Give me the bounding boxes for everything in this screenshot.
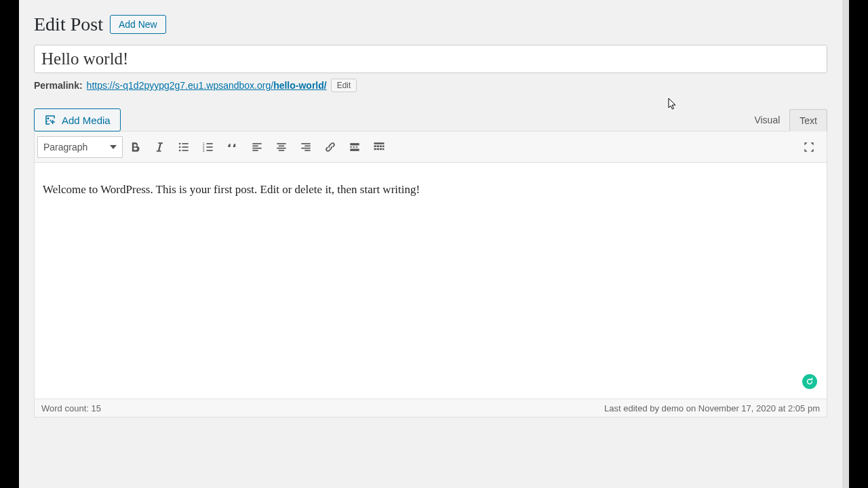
svg-rect-16 bbox=[277, 143, 285, 144]
permalink-base: https://s-q1d2pyypg2g7.eu1.wpsandbox.org… bbox=[87, 80, 274, 91]
svg-rect-24 bbox=[350, 143, 359, 145]
svg-rect-21 bbox=[304, 145, 310, 146]
align-center-button[interactable] bbox=[269, 135, 294, 159]
permalink-row: Permalink: https://s-q1d2pyypg2g7.eu1.wp… bbox=[34, 79, 849, 92]
align-right-icon bbox=[299, 140, 313, 154]
svg-rect-31 bbox=[377, 145, 379, 147]
quote-icon bbox=[226, 140, 239, 154]
tab-text[interactable]: Text bbox=[789, 109, 827, 131]
fullscreen-button[interactable] bbox=[797, 135, 821, 159]
content-area: Edit Post Add New Permalink: https://s-q… bbox=[34, 0, 849, 488]
svg-rect-20 bbox=[301, 143, 310, 144]
bold-button[interactable] bbox=[123, 135, 147, 159]
page-header: Edit Post Add New bbox=[34, 14, 849, 35]
link-button[interactable] bbox=[318, 135, 342, 159]
svg-rect-35 bbox=[377, 148, 379, 150]
svg-rect-14 bbox=[252, 147, 261, 148]
post-title-input[interactable] bbox=[34, 45, 827, 73]
svg-rect-19 bbox=[279, 150, 284, 151]
editor-tabs: Visual Text bbox=[745, 109, 827, 131]
permalink-slug: hello-world/ bbox=[273, 80, 327, 91]
svg-rect-22 bbox=[301, 147, 310, 148]
edit-permalink-button[interactable]: Edit bbox=[331, 79, 357, 92]
numbered-list-icon: 123 bbox=[201, 140, 215, 154]
svg-point-0 bbox=[179, 142, 181, 144]
read-more-button[interactable] bbox=[342, 135, 367, 159]
svg-rect-32 bbox=[380, 145, 382, 147]
toolbar-toggle-icon bbox=[372, 140, 386, 154]
align-right-button[interactable] bbox=[294, 135, 318, 159]
permalink-link[interactable]: https://s-q1d2pyypg2g7.eu1.wpsandbox.org… bbox=[87, 80, 327, 91]
svg-rect-13 bbox=[252, 145, 258, 146]
svg-rect-33 bbox=[382, 145, 384, 147]
numbered-list-button[interactable]: 123 bbox=[196, 135, 220, 159]
svg-rect-4 bbox=[182, 146, 189, 148]
svg-rect-9 bbox=[207, 143, 213, 144]
grammarly-icon bbox=[805, 377, 814, 386]
app-stage: Edit Post Add New Permalink: https://s-q… bbox=[19, 0, 849, 488]
svg-rect-26 bbox=[353, 146, 355, 148]
svg-rect-25 bbox=[350, 146, 352, 148]
svg-rect-3 bbox=[182, 143, 189, 144]
read-more-icon bbox=[348, 140, 361, 154]
svg-rect-37 bbox=[382, 148, 384, 150]
chevron-down-icon bbox=[110, 145, 117, 149]
svg-rect-23 bbox=[304, 150, 310, 151]
editor-toolbar: Paragraph 123 bbox=[35, 131, 827, 163]
svg-rect-18 bbox=[277, 147, 285, 148]
svg-rect-5 bbox=[182, 150, 189, 151]
editor: Paragraph 123 bbox=[34, 131, 827, 418]
format-select[interactable]: Paragraph bbox=[37, 136, 123, 158]
svg-rect-10 bbox=[207, 146, 213, 148]
link-icon bbox=[323, 140, 337, 154]
grammarly-badge[interactable] bbox=[802, 374, 817, 389]
last-edited: Last edited by demo on November 17, 2020… bbox=[604, 403, 820, 413]
svg-rect-15 bbox=[252, 150, 258, 151]
bullet-list-icon bbox=[177, 140, 191, 154]
italic-button[interactable] bbox=[147, 135, 172, 159]
add-media-label: Add Media bbox=[62, 115, 111, 126]
media-icon bbox=[44, 114, 56, 126]
fullscreen-icon bbox=[802, 140, 816, 154]
editor-body[interactable]: Welcome to WordPress. This is your first… bbox=[35, 163, 827, 399]
align-left-icon bbox=[250, 140, 264, 154]
bullet-list-button[interactable] bbox=[172, 135, 196, 159]
svg-point-1 bbox=[179, 146, 181, 148]
tab-visual[interactable]: Visual bbox=[745, 109, 789, 131]
svg-rect-29 bbox=[374, 142, 384, 144]
permalink-label: Permalink: bbox=[34, 80, 83, 91]
svg-text:3: 3 bbox=[203, 148, 205, 152]
align-left-button[interactable] bbox=[245, 135, 269, 159]
page-title: Edit Post bbox=[34, 14, 103, 35]
svg-rect-17 bbox=[279, 145, 284, 146]
svg-rect-11 bbox=[207, 150, 213, 151]
add-new-button[interactable]: Add New bbox=[110, 15, 166, 34]
svg-rect-27 bbox=[356, 146, 358, 148]
svg-rect-28 bbox=[350, 148, 359, 150]
svg-rect-30 bbox=[374, 145, 376, 147]
add-media-button[interactable]: Add Media bbox=[34, 108, 121, 131]
svg-point-2 bbox=[179, 149, 181, 151]
italic-icon bbox=[153, 140, 166, 154]
post-content: Welcome to WordPress. This is your first… bbox=[43, 183, 420, 196]
blockquote-button[interactable] bbox=[220, 135, 245, 159]
align-center-icon bbox=[275, 140, 288, 154]
editor-status-bar: Word count: 15 Last edited by demo on No… bbox=[35, 399, 827, 417]
word-count: Word count: 15 bbox=[41, 403, 101, 413]
svg-rect-12 bbox=[252, 143, 261, 144]
format-select-label: Paragraph bbox=[43, 142, 87, 152]
bold-icon bbox=[128, 140, 142, 154]
media-tabs-row: Add Media Visual Text bbox=[34, 108, 827, 131]
svg-rect-36 bbox=[380, 148, 382, 150]
svg-rect-34 bbox=[374, 148, 376, 150]
toolbar-toggle-button[interactable] bbox=[367, 135, 391, 159]
